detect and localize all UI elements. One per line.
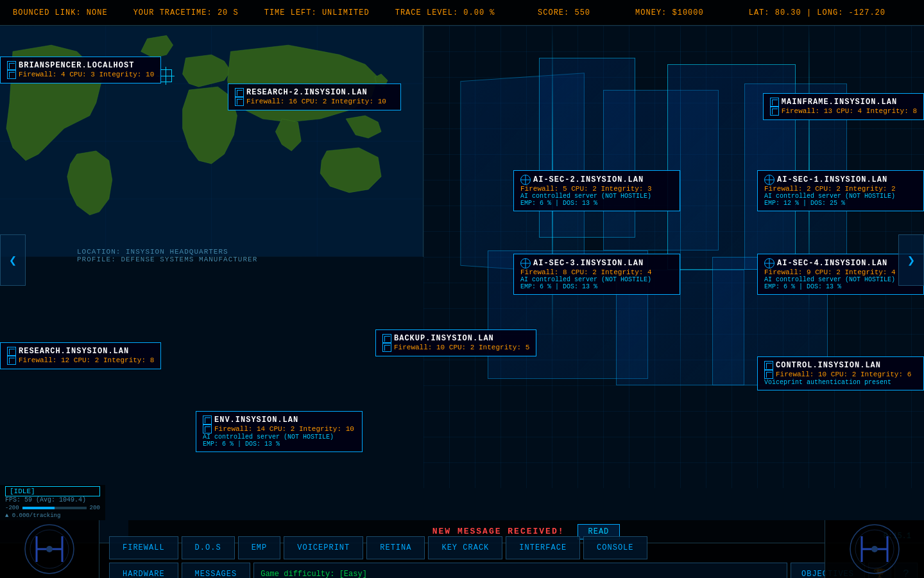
money: Money: $10000 <box>635 8 704 17</box>
node-brianspencer[interactable]: BRIANSPENCER.LOCALHOST Firewall: 4 CPU: … <box>0 57 161 83</box>
node-aisec2[interactable]: AI-SEC-2.INSYSION.LAN Firewall: 5 CPU: 2… <box>513 170 680 211</box>
svg-point-12 <box>871 546 878 552</box>
tracetime: Your Tracetime: 20 s <box>133 8 239 17</box>
dos-button[interactable]: D.O.S <box>182 536 235 559</box>
fps-display: [IDLE] FPS: 59 (Avg: 1049.4) -200 200 ▲ … <box>0 485 105 520</box>
hardware-button[interactable]: HARDWARE <box>109 563 178 579</box>
right-logo <box>825 520 924 578</box>
svg-point-9 <box>46 546 53 552</box>
node-research2[interactable]: RESEARCH-2.INSYSION.LAN Firewall: 16 CPU… <box>228 83 401 110</box>
messages-button[interactable]: MESSAGES <box>182 563 251 579</box>
game-difficulty-text: Game difficulty: [Easy] <box>261 570 367 579</box>
time-left: Time Left: Unlimited <box>264 8 370 17</box>
node-research[interactable]: RESEARCH.INSYSION.LAN Firewall: 12 CPU: … <box>0 342 161 369</box>
new-message-text: New message received! <box>432 527 565 536</box>
nav-right-arrow[interactable]: ❯ <box>898 234 924 286</box>
trace-level: Trace Level: 0.00 % <box>395 8 495 17</box>
score: Score: 550 <box>538 8 590 17</box>
retina-button[interactable]: RETINA <box>366 536 425 559</box>
toolbar: FIREWALL D.O.S EMP VOICEPRINT RETINA KEY… <box>0 543 924 578</box>
firewall-button[interactable]: FIREWALL <box>109 536 178 559</box>
coordinates: Lat: 80.30 | Long: -127.20 <box>749 8 886 17</box>
key-crack-button[interactable]: KEY CRACK <box>428 536 502 559</box>
game-difficulty-display: Game difficulty: [Easy] <box>253 563 787 579</box>
node-control[interactable]: CONTROL.INSYSION.LAN Firewall: 10 CPU: 2… <box>757 356 924 390</box>
node-aisec1[interactable]: AI-SEC-1.INSYSION.LAN Firewall: 2 CPU: 2… <box>757 170 924 211</box>
node-mainframe[interactable]: MAINFRAME.INSYSION.LAN Firewall: 13 CPU:… <box>763 93 924 120</box>
location-info: Location: Insysion Headquarters Profile:… <box>77 248 257 263</box>
main-area: ❮ ❯ BRIANSPENCER.LOCALHOST Firewall: 4 C… <box>0 26 924 495</box>
left-logo <box>0 520 99 578</box>
node-aisec3[interactable]: AI-SEC-3.INSYSION.LAN Firewall: 8 CPU: 2… <box>513 254 680 295</box>
emp-button[interactable]: EMP <box>238 536 281 559</box>
console-button[interactable]: CONSOLE <box>583 536 647 559</box>
top-hud: Bounced Link: None Your Tracetime: 20 s … <box>0 0 924 26</box>
bounced-link: Bounced Link: None <box>13 8 108 17</box>
node-backup[interactable]: BACKUP.INSYSION.LAN Firewall: 10 CPU: 2 … <box>375 329 536 356</box>
interface-button[interactable]: INTERFACE <box>506 536 580 559</box>
node-env[interactable]: ENV.INSYSION.LAN Firewall: 14 CPU: 2 Int… <box>196 411 363 452</box>
voiceprint-button[interactable]: VOICEPRINT <box>284 536 363 559</box>
nav-left-arrow[interactable]: ❮ <box>0 234 26 286</box>
